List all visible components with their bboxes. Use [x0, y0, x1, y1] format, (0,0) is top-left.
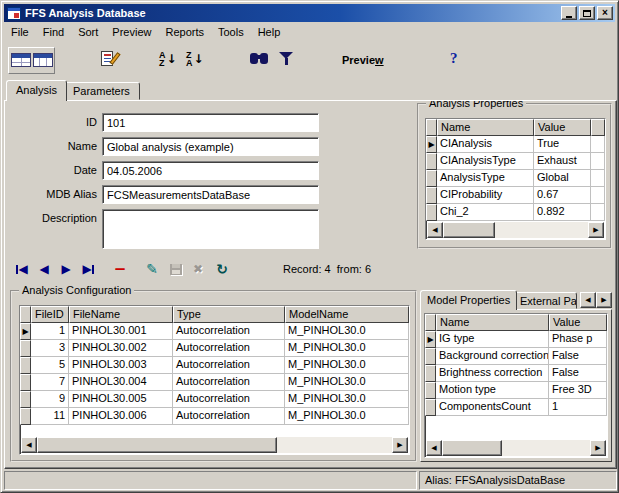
grid-cell[interactable]: IG type [436, 331, 549, 348]
table-view-button[interactable] [33, 53, 53, 67]
grid-cell[interactable]: PINHOL30.004 [69, 374, 173, 391]
menu-reports[interactable]: Reports [158, 23, 211, 41]
table-row[interactable]: ▶ IG type Phase p [425, 331, 607, 348]
row-selector[interactable] [426, 204, 437, 221]
table-row[interactable]: CIProbability 0.67 [426, 187, 605, 204]
titlebar[interactable]: FFS Analysis Database × [4, 4, 615, 22]
grid-cell[interactable]: Autocorrelation [173, 357, 285, 374]
grid-cell[interactable]: AnalysisType [437, 170, 534, 187]
grid-cell[interactable]: Global [534, 170, 591, 187]
tab-scroll-left-button[interactable]: ◀ [580, 292, 596, 308]
find-button[interactable] [250, 52, 270, 65]
grid-cell[interactable]: PINHOL30.005 [69, 391, 173, 408]
nav-prior-button[interactable]: ◀ [33, 258, 55, 280]
table-row[interactable]: 11 PINHOL30.006 Autocorrelation M_PINHOL… [20, 408, 409, 425]
menu-preview[interactable]: Preview [105, 23, 158, 41]
table-row[interactable]: CIAnalysisType Exhaust [426, 153, 605, 170]
menu-sort[interactable]: Sort [71, 23, 105, 41]
row-selector[interactable] [426, 170, 437, 187]
table-row[interactable]: ▶ CIAnalysis True [426, 136, 605, 153]
scroll-thumb[interactable] [442, 440, 502, 456]
table-row[interactable]: Motion type Free 3D [425, 382, 607, 399]
h-scrollbar[interactable]: ◀ ▶ [426, 440, 606, 456]
grid-cell[interactable]: 3 [31, 340, 69, 357]
grid-cell[interactable]: Autocorrelation [173, 391, 285, 408]
nav-first-button[interactable]: ◀ [11, 258, 33, 280]
grid-cell[interactable]: 5 [31, 357, 69, 374]
grid-cell[interactable]: 0.892 [534, 204, 591, 221]
nav-delete-button[interactable]: − [109, 258, 131, 280]
grid-view-button[interactable] [11, 53, 31, 67]
table-row[interactable]: 9 PINHOL30.005 Autocorrelation M_PINHOL3… [20, 391, 409, 408]
scroll-left-button[interactable]: ◀ [427, 222, 443, 238]
menu-file[interactable]: File [4, 23, 36, 41]
column-header-name[interactable]: Name [436, 314, 549, 331]
description-field[interactable] [102, 209, 319, 249]
scroll-thumb[interactable] [37, 437, 277, 453]
minimize-button[interactable] [561, 6, 577, 20]
row-selector[interactable] [425, 399, 436, 416]
table-row[interactable]: Chi_2 0.892 [426, 204, 605, 221]
mdb-alias-field[interactable] [102, 185, 319, 204]
row-selector[interactable]: ▶ [20, 323, 31, 340]
row-selector[interactable] [426, 187, 437, 204]
grid-cell[interactable]: Motion type [436, 382, 549, 399]
table-row[interactable]: 7 PINHOL30.004 Autocorrelation M_PINHOL3… [20, 374, 409, 391]
name-field[interactable] [102, 137, 319, 156]
row-selector[interactable] [426, 153, 437, 170]
grid-cell[interactable]: Brightness correction [436, 365, 549, 382]
grid-cell[interactable]: False [549, 348, 607, 365]
table-row[interactable]: ▶ 1 PINHOL30.001 Autocorrelation M_PINHO… [20, 323, 409, 340]
h-scrollbar[interactable]: ◀ ▶ [21, 437, 408, 453]
row-selector[interactable] [20, 374, 31, 391]
grid-cell[interactable]: M_PINHOL30.0 [285, 357, 409, 374]
row-selector[interactable] [425, 365, 436, 382]
tab-analysis[interactable]: Analysis [6, 80, 67, 101]
table-row[interactable]: Background correction False [425, 348, 607, 365]
grid-cell[interactable]: ComponentsCount [436, 399, 549, 416]
grid-cell[interactable]: 9 [31, 391, 69, 408]
grid-cell[interactable]: CIAnalysis [437, 136, 534, 153]
grid-cell[interactable]: 1 [31, 323, 69, 340]
close-button[interactable]: × [597, 6, 613, 20]
grid-cell[interactable]: Chi_2 [437, 204, 534, 221]
column-header-value[interactable]: Value [549, 314, 607, 331]
row-selector[interactable] [425, 348, 436, 365]
table-row[interactable]: 3 PINHOL30.002 Autocorrelation M_PINHOL3… [20, 340, 409, 357]
grid-cell[interactable]: Autocorrelation [173, 408, 285, 425]
scroll-left-button[interactable]: ◀ [21, 437, 37, 453]
grid-cell[interactable]: 11 [31, 408, 69, 425]
row-selector[interactable] [20, 340, 31, 357]
nav-last-button[interactable]: ▶ [77, 258, 99, 280]
grid-cell[interactable]: Phase p [549, 331, 607, 348]
row-selector[interactable] [20, 357, 31, 374]
sort-descending-button[interactable]: Z A ↓ [186, 51, 204, 67]
tab-scroll-right-button[interactable]: ▶ [596, 292, 612, 308]
column-header-value[interactable]: Value [534, 119, 591, 136]
menu-help[interactable]: Help [251, 23, 288, 41]
row-selector[interactable]: ▶ [425, 331, 436, 348]
grid-cell[interactable]: PINHOL30.003 [69, 357, 173, 374]
id-field[interactable] [102, 113, 319, 132]
column-header-type[interactable]: Type [173, 306, 285, 323]
nav-next-button[interactable]: ▶ [55, 258, 77, 280]
column-header-modelname[interactable]: ModelName [285, 306, 409, 323]
help-button[interactable]: ? [450, 50, 458, 67]
scroll-right-button[interactable]: ▶ [588, 222, 604, 238]
column-header-fileid[interactable]: FileID [31, 306, 69, 323]
grid-cell[interactable]: PINHOL30.002 [69, 340, 173, 357]
grid-cell[interactable]: CIAnalysisType [437, 153, 534, 170]
maximize-button[interactable] [579, 6, 595, 20]
scroll-right-button[interactable]: ▶ [392, 437, 408, 453]
grid-cell[interactable]: 0.67 [534, 187, 591, 204]
row-selector[interactable]: ▶ [426, 136, 437, 153]
grid-cell[interactable]: CIProbability [437, 187, 534, 204]
grid-cell[interactable]: M_PINHOL30.0 [285, 391, 409, 408]
column-header-name[interactable]: Name [437, 119, 534, 136]
grid-cell[interactable]: M_PINHOL30.0 [285, 408, 409, 425]
column-header-filename[interactable]: FileName [69, 306, 173, 323]
row-selector[interactable] [20, 408, 31, 425]
tab-model-properties[interactable]: Model Properties [420, 290, 517, 310]
preview-button[interactable]: Preview [342, 54, 384, 66]
scroll-right-button[interactable]: ▶ [590, 440, 606, 456]
